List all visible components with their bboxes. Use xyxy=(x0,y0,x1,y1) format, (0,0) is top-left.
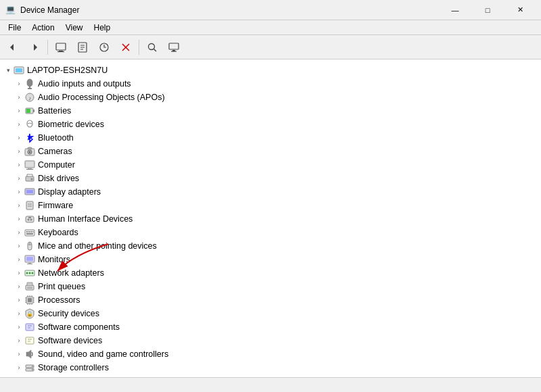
tree-children: › Audio inputs and outputs › ♪ xyxy=(0,77,541,377)
expander[interactable]: › xyxy=(14,187,24,197)
expander[interactable]: › xyxy=(14,254,24,265)
menu-action[interactable]: Action xyxy=(26,22,60,34)
svg-rect-25 xyxy=(26,109,30,113)
list-item[interactable]: › Mice and other pointing devices xyxy=(0,239,541,253)
tree-content[interactable]: ▾ LAPTOP-ESH2SN7U › xyxy=(0,59,541,377)
print-queues-label: Print queues xyxy=(38,282,85,291)
maximize-button[interactable]: □ xyxy=(472,0,503,20)
expander[interactable]: › xyxy=(14,132,24,143)
tree-root-item[interactable]: ▾ LAPTOP-ESH2SN7U xyxy=(0,64,541,77)
security-devices-icon: 🔒 xyxy=(24,308,35,319)
list-item[interactable]: › Software devices xyxy=(0,334,541,347)
toolbar-separator-1 xyxy=(47,40,48,55)
expander[interactable]: › xyxy=(14,349,24,360)
print-queues-icon xyxy=(24,281,35,292)
expander[interactable]: › xyxy=(14,362,24,373)
software-components-icon xyxy=(24,322,35,333)
expander[interactable]: › xyxy=(14,281,24,292)
list-item[interactable]: › xyxy=(0,293,541,307)
list-item[interactable]: › Display adapters xyxy=(0,185,541,199)
list-item[interactable]: › Monitors xyxy=(0,253,541,266)
software-components-label: Software components xyxy=(38,322,120,332)
title-bar: 💻 Device Manager — □ ✕ xyxy=(0,0,541,20)
svg-text:♪: ♪ xyxy=(28,95,31,101)
disk-drives-label: Disk drives xyxy=(38,174,79,183)
expander[interactable]: › xyxy=(14,227,24,238)
list-item[interactable]: › Cameras xyxy=(0,145,541,158)
expander[interactable]: › xyxy=(14,241,24,251)
disk-drives-icon xyxy=(24,173,35,184)
cameras-icon xyxy=(24,146,35,157)
minimize-button[interactable]: — xyxy=(440,0,471,20)
computer-label: Computer xyxy=(38,160,75,170)
list-item[interactable]: › Audio inputs and outputs xyxy=(0,77,541,91)
svg-rect-18 xyxy=(16,68,22,72)
expander[interactable]: › xyxy=(14,146,24,157)
list-item[interactable]: › Human Interface Devices xyxy=(0,212,541,226)
title-bar-title: Device Manager xyxy=(20,5,79,15)
svg-rect-52 xyxy=(32,231,34,232)
toolbar-separator-2 xyxy=(139,40,139,55)
computer-button[interactable] xyxy=(51,38,71,57)
svg-rect-30 xyxy=(28,147,32,149)
scan-button[interactable] xyxy=(142,38,162,57)
svg-rect-40 xyxy=(26,190,33,193)
sound-video-label: Sound, video and game controllers xyxy=(38,349,168,359)
list-item[interactable]: › Storage controllers xyxy=(0,361,541,374)
menu-file[interactable]: File xyxy=(3,22,26,34)
list-item[interactable]: › Computer xyxy=(0,158,541,172)
svg-text:🔒: 🔒 xyxy=(26,310,33,317)
update-driver-button[interactable] xyxy=(94,38,114,57)
expander[interactable]: › xyxy=(14,78,24,89)
expander[interactable]: › xyxy=(14,200,24,211)
system-devices-label: System devices xyxy=(38,376,97,377)
expander[interactable]: › xyxy=(14,160,24,170)
svg-point-12 xyxy=(149,43,155,49)
menu-help[interactable]: Help xyxy=(89,22,116,34)
biometric-icon xyxy=(24,119,35,130)
expander[interactable]: › xyxy=(14,335,24,346)
expander[interactable]: › xyxy=(14,322,24,333)
expander[interactable]: › xyxy=(14,214,24,224)
expander[interactable]: › xyxy=(14,268,24,278)
svg-rect-86 xyxy=(26,337,34,344)
expander[interactable]: › xyxy=(14,376,24,377)
title-bar-controls: — □ ✕ xyxy=(440,0,536,20)
list-item[interactable]: › System devices xyxy=(0,374,541,377)
menu-view[interactable]: View xyxy=(60,22,89,34)
list-item[interactable]: › Batteries xyxy=(0,104,541,118)
svg-point-91 xyxy=(32,366,33,367)
list-item[interactable]: › Firmware xyxy=(0,199,541,212)
system-devices-icon xyxy=(24,376,35,377)
expander[interactable]: › xyxy=(14,308,24,319)
list-item[interactable]: › Software components xyxy=(0,320,541,334)
back-button[interactable] xyxy=(3,38,23,57)
list-item[interactable]: › ♪ Audio Processing Objects (APOs) xyxy=(0,91,541,104)
list-item[interactable]: › Sound, video and game controllers xyxy=(0,347,541,361)
expander[interactable]: › xyxy=(14,105,24,116)
forward-button[interactable] xyxy=(24,38,45,57)
storage-controllers-icon xyxy=(24,362,35,373)
root-expander[interactable]: ▾ xyxy=(3,65,14,76)
uninstall-button[interactable] xyxy=(116,38,136,57)
svg-rect-14 xyxy=(169,43,179,49)
list-item[interactable]: › Biometric devices xyxy=(0,118,541,131)
expander[interactable]: › xyxy=(14,119,24,130)
expander[interactable]: › xyxy=(14,173,24,184)
monitor-button[interactable] xyxy=(164,38,184,57)
root-label: LAPTOP-ESH2SN7U xyxy=(27,66,108,75)
close-button[interactable]: ✕ xyxy=(504,0,536,20)
list-item[interactable]: › Network adapters xyxy=(0,266,541,280)
svg-rect-31 xyxy=(25,161,34,168)
expander[interactable]: › xyxy=(14,92,24,103)
list-item[interactable]: › Print queues xyxy=(0,280,541,293)
list-item[interactable]: › 🔒 Security devices xyxy=(0,307,541,320)
list-item[interactable]: › Keyboards xyxy=(0,226,541,239)
monitors-icon xyxy=(24,254,35,265)
list-item[interactable]: › Bluetooth xyxy=(0,131,541,145)
menu-bar: File Action View Help xyxy=(0,20,541,35)
svg-marker-1 xyxy=(34,44,37,51)
properties-button[interactable] xyxy=(72,38,93,57)
expander[interactable]: › xyxy=(14,295,24,305)
list-item[interactable]: › Disk drives xyxy=(0,172,541,185)
